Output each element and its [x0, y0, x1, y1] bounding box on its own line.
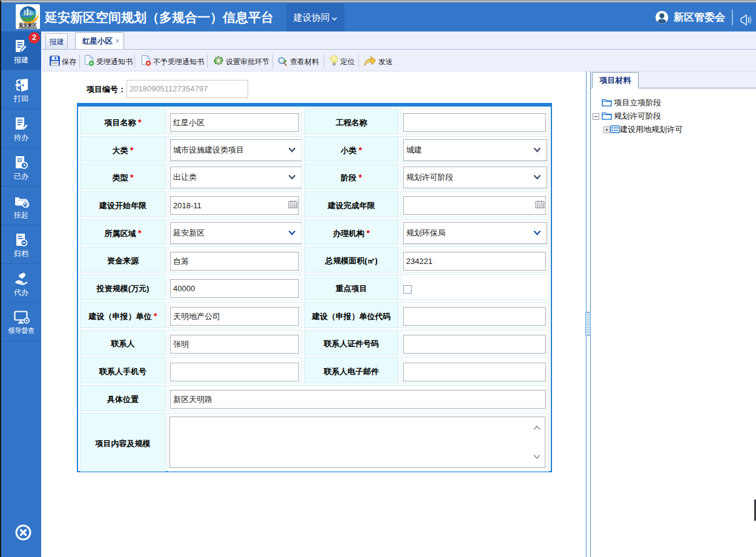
svg-text:延安新区: 延安新区: [18, 22, 37, 28]
